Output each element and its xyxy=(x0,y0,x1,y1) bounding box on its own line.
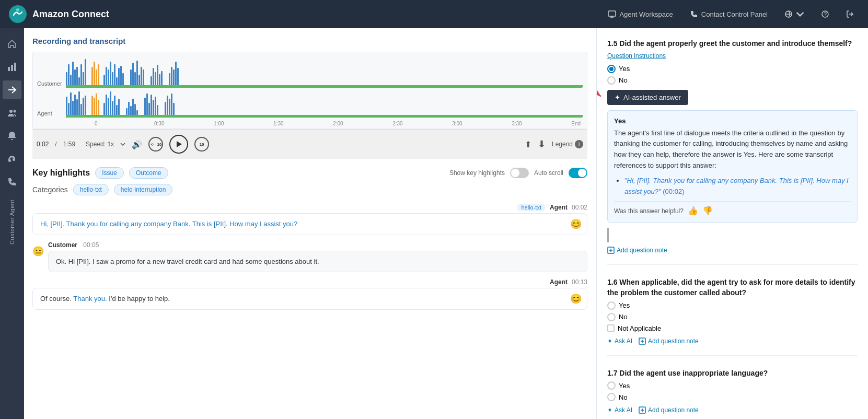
transcript-time-2: 00:05 xyxy=(83,241,99,249)
transcript-bubble-1: Hi, [PII]. Thank you for calling any com… xyxy=(32,213,587,235)
highlights-header: Key highlights Issue Outcome Show key hi… xyxy=(32,167,587,179)
highlights-section: Key highlights Issue Outcome Show key hi… xyxy=(32,159,587,320)
add-note-label-1-7: Add question note xyxy=(648,406,699,414)
q1-6-na-option[interactable]: Not Applicable xyxy=(607,324,858,332)
transcript-speaker-2: Customer xyxy=(48,241,77,249)
svg-text:⟲: ⟲ xyxy=(151,143,154,146)
add-question-note-1-6[interactable]: Add question note xyxy=(639,337,699,345)
ai-answer-label: Yes xyxy=(614,117,851,125)
help-btn[interactable]: ? xyxy=(816,7,835,21)
q1-6-na-checkbox[interactable] xyxy=(607,324,615,332)
download-icon[interactable]: ⬇ xyxy=(538,138,546,150)
show-highlights-label: Show key highlights xyxy=(449,169,505,177)
svg-point-9 xyxy=(9,110,13,113)
q1-7-no-option[interactable]: No xyxy=(607,393,858,401)
add-note-label-1-5: Add question note xyxy=(617,247,667,254)
skip-forward-btn[interactable]: 10 xyxy=(194,137,209,152)
sidebar: Customer Agent xyxy=(0,28,24,419)
ask-ai-btn-1-6[interactable]: ✦ Ask AI xyxy=(607,337,632,345)
q1-6-radio-group: Yes No Not Applicable xyxy=(607,301,858,332)
transcript-meta-1: hello-txt Agent 00:02 xyxy=(32,204,587,211)
q1-7-no-radio[interactable] xyxy=(607,393,616,401)
question-1-6-text: 1.6 When applicable, did the agent try t… xyxy=(607,277,858,298)
transcript-text-1: Hi, [PII]. Thank you for calling any com… xyxy=(40,220,297,228)
helpful-label: Was this answer helpful? xyxy=(614,207,684,215)
amazon-connect-logo-icon xyxy=(8,5,27,24)
volume-icon[interactable]: 🔊 xyxy=(132,139,142,149)
waveform-area[interactable]: Customer xyxy=(32,52,587,129)
transcript-text-3: Of course. Thank you. I'd be happy to he… xyxy=(40,295,170,302)
q1-5-yes-option[interactable]: Yes xyxy=(607,65,858,73)
q1-5-yes-radio[interactable] xyxy=(607,65,616,73)
sidebar-item-headset[interactable] xyxy=(3,149,21,168)
chevron-down-speed-icon[interactable] xyxy=(120,143,125,146)
question-1-7-text: 1.7 Did the agent use inappropriate lang… xyxy=(607,368,858,379)
ai-answer-block: Yes The agent's first line of dialogue m… xyxy=(607,110,858,223)
note-icon-3 xyxy=(639,406,646,414)
ask-ai-label-1-7: Ask AI xyxy=(615,406,632,414)
add-question-note-1-5[interactable]: Add question note xyxy=(607,247,858,254)
transcript-time-3: 00:13 xyxy=(572,278,587,286)
play-button[interactable] xyxy=(169,135,188,154)
help-icon: ? xyxy=(821,10,829,18)
q1-6-yes-option[interactable]: Yes xyxy=(607,301,858,310)
sidebar-item-analytics[interactable] xyxy=(3,57,21,76)
q1-6-no-radio[interactable] xyxy=(607,313,616,321)
outcome-tag[interactable]: Outcome xyxy=(129,167,168,179)
note-icon-2 xyxy=(639,337,646,345)
transcript-tag-hello-txt: hello-txt xyxy=(517,204,546,211)
q1-5-no-radio[interactable] xyxy=(607,76,616,85)
svg-rect-7 xyxy=(11,65,13,71)
legend-btn[interactable]: Legend i xyxy=(552,140,583,148)
q1-5-no-option[interactable]: No xyxy=(607,76,858,85)
note-icon xyxy=(607,247,615,254)
app-title: Amazon Connect xyxy=(32,9,109,20)
auto-scroll-toggle[interactable] xyxy=(569,168,587,178)
right-panel: 1.5 Did the agent properly greet the cus… xyxy=(596,28,868,419)
sparkle-ask-icon-2: ✦ xyxy=(607,406,612,414)
agent-workspace-btn[interactable]: Agent Workspace xyxy=(603,7,678,21)
svg-rect-8 xyxy=(14,63,16,71)
question-1-6: 1.6 When applicable, did the agent try t… xyxy=(607,277,858,355)
transcript-entry-2: 😐 Customer 00:05 Ok. Hi [PII]. I saw a p… xyxy=(32,241,587,273)
svg-point-1 xyxy=(16,8,19,11)
agent-track-label: Agent xyxy=(37,110,66,118)
sidebar-item-home[interactable] xyxy=(3,34,21,53)
globe-btn[interactable] xyxy=(779,7,809,21)
workspace-icon xyxy=(608,10,616,18)
transcript-speaker-1: Agent xyxy=(550,204,568,211)
auto-scroll-label: Auto scroll xyxy=(534,169,563,177)
logout-btn[interactable] xyxy=(841,7,860,21)
show-highlights-toggle[interactable] xyxy=(510,168,529,178)
sidebar-item-routing[interactable] xyxy=(3,80,21,99)
thumbs-up-btn[interactable]: 👍 xyxy=(688,206,698,216)
customer-track-label: Customer xyxy=(37,80,66,88)
q1-6-no-option[interactable]: No xyxy=(607,313,858,321)
issue-tag[interactable]: Issue xyxy=(95,167,124,179)
sidebar-item-notifications[interactable] xyxy=(3,126,21,145)
sidebar-item-phone[interactable] xyxy=(3,172,21,191)
ai-answer-text: The agent's first line of dialogue meets… xyxy=(614,128,851,197)
svg-text:?: ? xyxy=(824,11,827,17)
transcript-emoji-2: 😐 xyxy=(32,246,44,257)
section-divider xyxy=(607,228,609,242)
timeline: 0 0:30 1:00 1:30 2:00 2:30 3:00 3:30 End xyxy=(37,119,583,129)
q1-6-actions: ✦ Ask AI Add question note xyxy=(607,337,858,345)
category-tag-helo-interruption[interactable]: helo-interruption xyxy=(114,184,173,195)
q1-6-yes-radio[interactable] xyxy=(607,301,616,310)
share-icon[interactable]: ⬆ xyxy=(525,139,531,149)
transcript-entry-3: Agent 00:13 Of course. Thank you. I'd be… xyxy=(32,278,587,310)
q1-7-yes-radio[interactable] xyxy=(607,381,616,390)
q1-7-yes-option[interactable]: Yes xyxy=(607,381,858,390)
question-instructions-link[interactable]: Question instructions xyxy=(607,52,858,60)
ai-btn-label: AI-assisted answer xyxy=(623,94,681,101)
add-question-note-1-7[interactable]: Add question note xyxy=(639,406,699,414)
chevron-down-icon xyxy=(796,10,804,18)
thumbs-down-btn[interactable]: 👎 xyxy=(702,206,713,216)
sidebar-item-users[interactable] xyxy=(3,103,21,122)
category-tag-hello-txt[interactable]: hello-txt xyxy=(73,184,109,195)
contact-control-panel-btn[interactable]: Contact Control Panel xyxy=(685,7,773,21)
ask-ai-btn-1-7[interactable]: ✦ Ask AI xyxy=(607,406,632,414)
ai-assisted-answer-btn[interactable]: ✦ AI-assisted answer xyxy=(607,90,688,105)
skip-back-btn[interactable]: ⟲ 10 xyxy=(148,137,163,152)
